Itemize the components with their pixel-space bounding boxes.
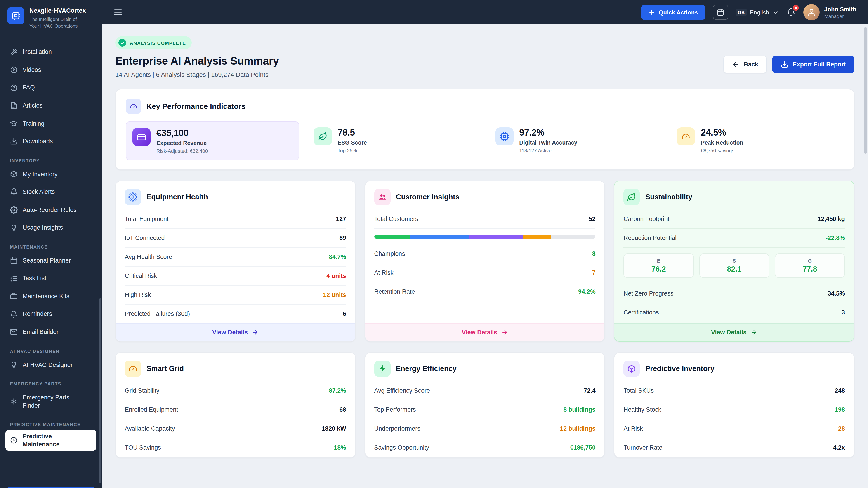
metric-value: 94.2%: [578, 288, 596, 295]
sidebar-item-my-inventory[interactable]: My Inventory: [5, 166, 96, 183]
metric-row: Top Performers 8 buildings: [374, 400, 595, 419]
chevron-down-icon: [772, 9, 779, 15]
sustainability-card: Sustainability Carbon Footprint 12,450 k…: [614, 181, 855, 341]
status-badge: ANALYSIS COMPLETE: [115, 36, 192, 49]
sidebar-scrollbar[interactable]: [99, 298, 101, 484]
user-menu[interactable]: John Smith Manager: [803, 4, 856, 20]
metric-row: TOU Savings 18%: [125, 438, 346, 457]
metric-label: Top Performers: [374, 406, 416, 413]
sidebar-item-stock-alerts[interactable]: Stock Alerts: [5, 184, 96, 200]
hamburger-menu-button[interactable]: [114, 8, 123, 17]
page-scrollbar[interactable]: [864, 27, 867, 154]
graduation-cap-icon: [10, 120, 18, 127]
sidebar-bottom-button[interactable]: [6, 487, 95, 488]
sidebar-section-inventory: INVENTORY: [5, 151, 96, 166]
sidebar-item-seasonal-planner[interactable]: Seasonal Planner: [5, 252, 96, 269]
sidebar-item-email-builder[interactable]: Email Builder: [5, 324, 96, 340]
mail-icon: [10, 328, 18, 336]
sidebar-item-training[interactable]: Training: [5, 115, 96, 132]
metric-value: 28: [838, 425, 845, 432]
metric-label: Carbon Footprint: [624, 216, 670, 222]
metric-label: Certifications: [624, 309, 659, 316]
bell-icon: [10, 311, 18, 318]
esg-value: 76.2: [624, 265, 693, 273]
metric-row: At Risk 7: [374, 263, 595, 283]
sidebar-item-faq[interactable]: FAQ: [5, 79, 96, 96]
plus-icon: [648, 9, 655, 15]
metric-value: 4.2x: [833, 444, 845, 451]
smart-grid-card: Smart Grid Grid Stability 87.2% Enrolled…: [115, 352, 355, 458]
lightbulb-icon: [10, 361, 18, 369]
back-button[interactable]: Back: [723, 56, 767, 73]
metric-row: Avg Efficiency Score 72.4: [374, 381, 595, 400]
sidebar-item-maintenance-kits[interactable]: Maintenance Kits: [5, 288, 96, 305]
sidebar-item-installation[interactable]: Installation: [5, 43, 96, 61]
sidebar-item-predictive-maintenance[interactable]: Predictive Maintenance: [5, 430, 96, 451]
metric-value: 7: [592, 269, 596, 276]
main-column: Quick Actions GB English 4: [102, 0, 868, 488]
sidebar: Nexgile-HVACortex The Intelligent Brain …: [0, 0, 102, 488]
quick-actions-label: Quick Actions: [659, 9, 698, 15]
segment-at-risk: [522, 235, 551, 238]
sidebar-item-auto-reorder-rules[interactable]: Auto-Reorder Rules: [5, 201, 96, 219]
metric-value: 8: [592, 250, 596, 257]
customer-insights-view-details-link[interactable]: View Details: [365, 323, 604, 341]
language-flag: GB: [736, 9, 747, 15]
sustainability-view-details-link[interactable]: View Details: [615, 323, 854, 341]
sidebar-item-task-list[interactable]: Task List: [5, 270, 96, 287]
customer-insights-card: Customer Insights Total Customers 52 Cha…: [365, 181, 605, 341]
sidebar-item-label: My Inventory: [23, 170, 58, 178]
metric-label: Reduction Potential: [624, 234, 677, 241]
app-logo: [7, 7, 24, 24]
sidebar-item-emergency-parts-finder[interactable]: Emergency Parts Finder: [5, 389, 96, 414]
metric-value: 34.5%: [828, 290, 845, 297]
metric-label: High Risk: [125, 291, 151, 298]
metric-row: Reduction Potential -22.8%: [624, 229, 845, 248]
app-brand[interactable]: Nexgile-HVACortex The Intelligent Brain …: [0, 0, 102, 35]
sidebar-item-label: Videos: [23, 66, 41, 74]
metric-row: High Risk 12 units: [125, 286, 346, 304]
kpi-label: ESG Score: [338, 140, 367, 146]
esg-letter: E: [624, 258, 693, 263]
sidebar-item-articles[interactable]: Articles: [5, 97, 96, 114]
metric-value: 127: [336, 216, 346, 222]
metric-row: Champions 8: [374, 245, 595, 263]
sidebar-item-downloads[interactable]: Downloads: [5, 133, 96, 150]
leaf-icon: [624, 189, 640, 205]
metric-value: -22.8%: [826, 234, 845, 241]
calendar-button[interactable]: [713, 4, 728, 20]
back-label: Back: [744, 61, 758, 68]
export-label: Export Full Report: [793, 61, 846, 68]
metric-row: Total Equipment 127: [125, 210, 346, 229]
sidebar-item-usage-insights[interactable]: Usage Insights: [5, 219, 96, 236]
file-text-icon: [10, 102, 18, 109]
energy-efficiency-card: Energy Efficiency Avg Efficiency Score 7…: [365, 352, 605, 458]
metric-row: Turnover Rate 4.2x: [624, 438, 845, 457]
metric-value: 12 buildings: [560, 425, 596, 432]
export-report-button[interactable]: Export Full Report: [772, 56, 855, 73]
quick-actions-button[interactable]: Quick Actions: [641, 5, 705, 20]
sidebar-item-reminders[interactable]: Reminders: [5, 306, 96, 323]
leaf-icon: [314, 127, 332, 145]
metric-label: Grid Stability: [125, 387, 159, 394]
sidebar-item-videos[interactable]: Videos: [5, 61, 96, 78]
predictive-inventory-card: Predictive Inventory Total SKUs 248 Heal…: [614, 352, 855, 458]
kpi-peak-reduction: 24.5% Peak Reduction €8,750 savings: [671, 121, 844, 160]
main-content: ANALYSIS COMPLETE Enterprise AI Analysis…: [102, 24, 868, 488]
language-selector[interactable]: GB English: [736, 9, 779, 15]
metric-value: 8 buildings: [563, 406, 596, 413]
segment-loyal: [410, 235, 469, 238]
notifications-button[interactable]: 4: [786, 8, 796, 17]
equipment-health-view-details-link[interactable]: View Details: [116, 323, 355, 341]
esg-letter: G: [775, 258, 844, 263]
sidebar-item-label: Usage Insights: [23, 224, 63, 232]
metric-label: Total Customers: [374, 216, 418, 222]
kpi-section: Key Performance Indicators €35,100 Expec…: [115, 89, 855, 170]
sidebar-item-ai-hvac-designer[interactable]: AI HVAC Designer: [5, 356, 96, 373]
meter-icon: [677, 127, 695, 145]
metric-label: Total SKUs: [624, 387, 654, 394]
card-title: Sustainability: [645, 193, 692, 201]
kpi-label: Digital Twin Accuracy: [519, 140, 577, 146]
metric-row: Certifications 3: [624, 303, 845, 322]
gear-icon: [10, 206, 18, 214]
